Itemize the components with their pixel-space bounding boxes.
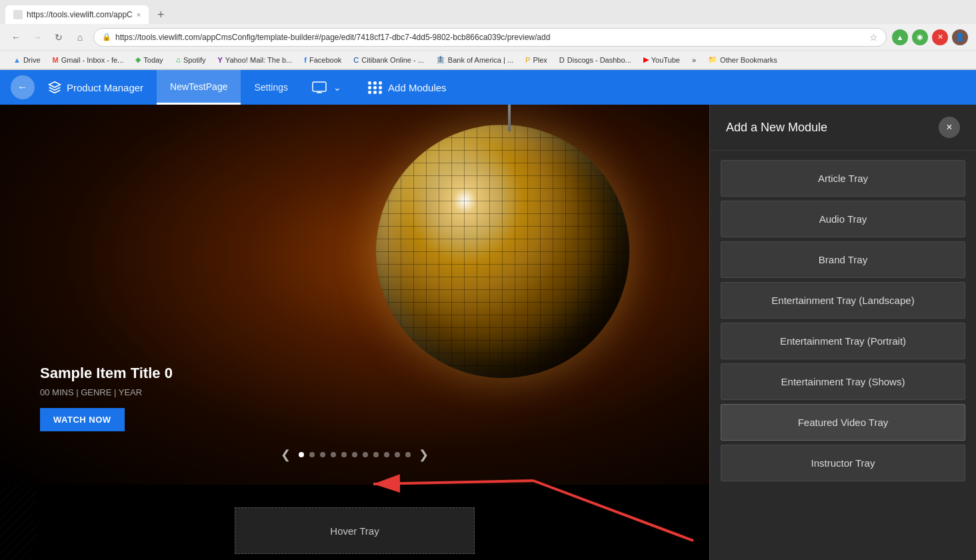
bookmark-discogs[interactable]: D Discogs - Dashbo...	[554, 55, 637, 65]
module-featured-video-tray[interactable]: Featured Video Tray	[721, 404, 965, 441]
module-entertainment-portrait[interactable]: Entertainment Tray (Portrait)	[721, 323, 965, 359]
panel-title: Add a New Module	[726, 121, 827, 135]
carousel-dot-8[interactable]	[373, 452, 379, 457]
bookmark-gmail[interactable]: M Gmail - Inbox - fe...	[47, 55, 129, 65]
settings-tab[interactable]: Settings	[241, 70, 301, 105]
bookmark-label: Gmail - Inbox - fe...	[61, 56, 124, 64]
carousel-next-btn[interactable]: ❯	[416, 445, 431, 465]
bookmark-spotify[interactable]: ♫ Spotify	[170, 55, 211, 65]
panel-close-btn[interactable]: ×	[939, 117, 960, 138]
gmail-icon: M	[53, 56, 59, 64]
tab-close-btn[interactable]: ×	[137, 11, 141, 19]
add-modules-label: Add Modules	[388, 82, 447, 93]
bookmark-yahoo[interactable]: Y Yahoo! Mail: The b...	[213, 55, 298, 65]
overflow-label: »	[692, 56, 696, 64]
settings-label: Settings	[254, 82, 288, 93]
bookmark-plex[interactable]: P Plex	[520, 55, 553, 65]
hover-tray-section: Hover Tray	[0, 501, 709, 560]
boa-icon: 🏦	[436, 55, 445, 64]
carousel-dots: ❮ ❯	[278, 445, 431, 465]
bookmark-facebook[interactable]: f Facebook	[299, 55, 347, 65]
active-tab[interactable]: https://tools.viewlift.com/appC ×	[5, 5, 149, 24]
bookmarks-overflow[interactable]: »	[687, 55, 701, 65]
carousel-dot-9[interactable]	[384, 452, 389, 457]
extension-icon-2[interactable]: ◉	[912, 29, 928, 45]
url-text: https://tools.viewlift.com/appCmsConfig/…	[115, 33, 865, 42]
module-label: Audio Tray	[819, 213, 867, 225]
bookmarks-bar: ▲ Drive M Gmail - Inbox - fe... ◆ Today …	[0, 51, 976, 69]
new-test-page-tab[interactable]: NewTestPage	[157, 70, 241, 105]
hover-tray-box[interactable]: Hover Tray	[235, 507, 475, 554]
tab-bar: https://tools.viewlift.com/appC × +	[0, 0, 976, 24]
module-list: Article Tray Audio Tray Brand Tray Enter…	[710, 151, 976, 560]
module-article-tray[interactable]: Article Tray	[721, 160, 965, 197]
refresh-btn[interactable]: ↻	[51, 29, 67, 45]
add-modules-btn[interactable]: Add Modules	[352, 70, 463, 105]
folder-icon: 📁	[708, 55, 717, 64]
facebook-icon: f	[304, 56, 307, 64]
carousel-dot-1[interactable]	[299, 452, 304, 457]
bookmark-label: Today	[143, 56, 163, 64]
spotify-icon: ♫	[175, 56, 181, 64]
monitor-icon	[312, 81, 327, 93]
extension-icon-3[interactable]: ✕	[932, 29, 948, 45]
module-label: Entertainment Tray (Portrait)	[780, 335, 906, 347]
bookmark-citibank[interactable]: C Citibank Online - ...	[348, 55, 429, 65]
app-nav: ← Product Manager NewTestPage Settings ⌄…	[0, 70, 976, 105]
bookmark-label: Plex	[533, 56, 547, 64]
user-avatar[interactable]: 👤	[952, 29, 968, 45]
bookmark-label: YouTube	[651, 56, 680, 64]
add-module-panel: Add a New Module × Article Tray Audio Tr…	[709, 105, 976, 560]
back-btn[interactable]: ←	[8, 29, 24, 45]
carousel-dot-11[interactable]	[405, 452, 411, 457]
module-entertainment-landscape[interactable]: Entertainment Tray (Landscape)	[721, 282, 965, 319]
bookmark-youtube[interactable]: ▶ YouTube	[638, 54, 685, 65]
carousel-dot-2[interactable]	[309, 452, 315, 457]
extension-icon-1[interactable]: ▲	[892, 29, 908, 45]
tab-title: https://tools.viewlift.com/appC	[27, 10, 133, 19]
new-tab-btn[interactable]: +	[151, 5, 170, 24]
carousel-prev-btn[interactable]: ❮	[278, 445, 293, 465]
carousel-dot-4[interactable]	[331, 452, 336, 457]
hover-tray-label: Hover Tray	[330, 525, 379, 537]
display-btn[interactable]: ⌄	[301, 70, 352, 105]
other-bookmarks[interactable]: 📁 Other Bookmarks	[703, 54, 783, 65]
nav-icons: ▲ ◉ ✕ 👤	[892, 29, 968, 45]
bookmark-label: Bank of America | ...	[448, 56, 513, 64]
bookmark-boa[interactable]: 🏦 Bank of America | ...	[431, 54, 519, 65]
bookmark-label: Other Bookmarks	[720, 56, 777, 64]
module-brand-tray[interactable]: Brand Tray	[721, 241, 965, 278]
carousel-dot-6[interactable]	[352, 452, 357, 457]
carousel-dot-7[interactable]	[363, 452, 368, 457]
carousel-dot-10[interactable]	[395, 452, 400, 457]
module-label: Featured Video Tray	[798, 417, 889, 428]
tab-favicon	[13, 10, 23, 19]
carousel-dot-5[interactable]	[341, 452, 347, 457]
module-entertainment-shows[interactable]: Entertainment Tray (Shows)	[721, 363, 965, 400]
bookmark-today[interactable]: ◆ Today	[130, 54, 168, 65]
plex-icon: P	[525, 56, 530, 64]
module-audio-tray[interactable]: Audio Tray	[721, 201, 965, 237]
address-bar[interactable]: 🔒 https://tools.viewlift.com/appCmsConfi…	[93, 28, 887, 47]
carousel-dot-3[interactable]	[320, 452, 325, 457]
module-label: Instructor Tray	[811, 457, 875, 469]
module-instructor-tray[interactable]: Instructor Tray	[721, 445, 965, 481]
app-back-btn[interactable]: ←	[11, 75, 35, 99]
cube-icon	[48, 81, 61, 94]
chevron-down-icon: ⌄	[333, 82, 341, 93]
bookmark-star-icon[interactable]: ☆	[869, 32, 878, 43]
home-btn[interactable]: ⌂	[72, 29, 88, 45]
watch-now-btn[interactable]: WATCH NOW	[40, 408, 125, 431]
module-label: Entertainment Tray (Landscape)	[771, 295, 914, 306]
today-icon: ◆	[135, 55, 141, 64]
discogs-icon: D	[559, 56, 565, 64]
bookmark-drive[interactable]: ▲ Drive	[8, 55, 46, 65]
disco-ball-grid	[376, 125, 629, 378]
module-label: Brand Tray	[819, 254, 867, 265]
forward-btn[interactable]: →	[29, 29, 45, 45]
main-layout: Sample Item Title 0 00 MINS | GENRE | YE…	[0, 105, 976, 560]
drive-icon: ▲	[13, 56, 21, 64]
svg-rect-0	[313, 82, 326, 91]
product-manager-btn[interactable]: Product Manager	[35, 70, 157, 105]
bookmark-label: Yahoo! Mail: The b...	[225, 56, 292, 64]
